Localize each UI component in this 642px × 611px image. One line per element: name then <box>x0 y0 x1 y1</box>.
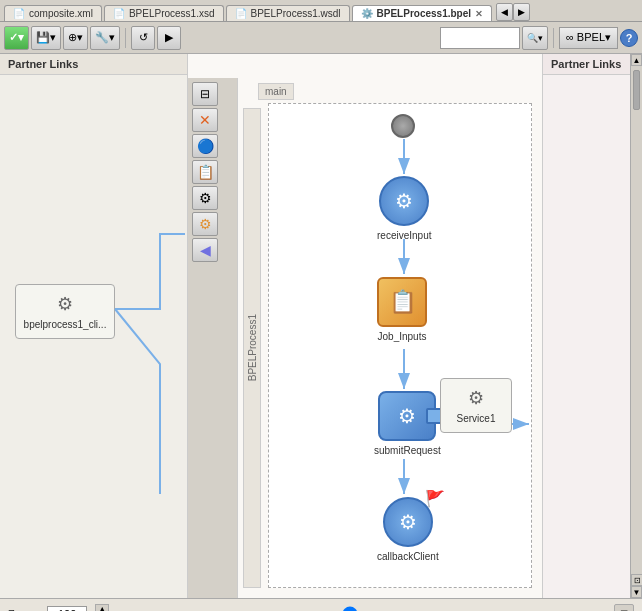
validate-button[interactable]: ✓▾ <box>4 26 29 50</box>
main-toolbar: ✓▾ 💾▾ ⊕▾ 🔧▾ ↺ ▶ 🔍▾ ∞ BPEL▾ ? <box>0 22 642 54</box>
search-icon: 🔍 <box>527 33 538 43</box>
submit-gear-icon: ⚙ <box>398 404 416 428</box>
left-partner-link-node[interactable]: ⚙ bpelprocess1_cli... <box>15 284 115 339</box>
receive-input-label: receiveInput <box>377 230 431 241</box>
tool3-icon: 🔧 <box>95 31 109 44</box>
service1-gear-icon: ⚙ <box>468 387 484 409</box>
zoom-spinners: ▲ ▼ <box>95 604 109 612</box>
tab-bpel-icon: ⚙️ <box>361 8 373 19</box>
process-name-label: BPELProcess1 <box>247 314 258 381</box>
tool-assign[interactable]: 📋 <box>192 160 218 184</box>
tab-bpelprocess1-xsd[interactable]: 📄 BPELProcess1.xsd <box>104 5 224 21</box>
search-button[interactable]: 🔍▾ <box>522 26 548 50</box>
scroll-tabs-right-button[interactable]: ▶ <box>513 3 530 21</box>
tool-5[interactable]: ⚙ <box>192 212 218 236</box>
zoom-up-button[interactable]: ▲ <box>95 604 109 612</box>
submit-request-shape: ⚙ <box>378 391 436 441</box>
scroll-down-button[interactable]: ▼ <box>631 586 642 598</box>
left-panel-title: Partner Links <box>0 54 187 75</box>
corner-btn[interactable]: ⊡ <box>631 574 642 586</box>
scrollbar-track[interactable] <box>631 66 642 574</box>
collapse-tool[interactable]: ⊟ <box>192 82 218 106</box>
help-button[interactable]: ? <box>620 29 638 47</box>
editor-tabs: 📄 composite.xml 📄 BPELProcess1.xsd 📄 BPE… <box>0 0 642 22</box>
save-icon: 💾 <box>36 31 50 44</box>
tool-invoke[interactable]: ⚙ <box>192 186 218 210</box>
scrollbar-thumb[interactable] <box>633 70 640 110</box>
service1-shape: ⚙ Service1 <box>440 378 512 433</box>
receive-gear-icon: ⚙ <box>395 189 413 213</box>
vertical-scrollbar[interactable]: ▲ ⊡ ▼ <box>630 54 642 598</box>
job-inputs-shape: 📋 <box>377 277 427 327</box>
tab-xsd-icon: 📄 <box>113 8 125 19</box>
canvas-border: ⚙ receiveInput 📋 Job_Inputs ⚙ <box>268 103 532 588</box>
bpel-drawing-area[interactable]: main BPELProcess1 <box>238 78 542 598</box>
zoom-input[interactable] <box>47 606 87 612</box>
nav-button[interactable]: ⊕▾ <box>63 26 88 50</box>
deploy-button[interactable]: ▶ <box>157 26 181 50</box>
main-label: main <box>258 83 294 100</box>
close-tab-icon[interactable]: ✕ <box>475 9 483 19</box>
service1-node[interactable]: ⚙ Service1 <box>440 378 512 433</box>
tab-composite[interactable]: 📄 composite.xml <box>4 5 102 21</box>
service1-label: Service1 <box>457 413 496 424</box>
assign-icon: 📋 <box>389 289 416 315</box>
nav-icon: ⊕ <box>68 31 77 44</box>
bpel-canvas-area: ⊟ ✕ 🔵 📋 ⚙ ⚙ ◀ main <box>188 54 542 598</box>
callback-wrapper: ⚙ 🚩 <box>383 497 433 547</box>
right-panel-title: Partner Links <box>543 54 642 75</box>
separator2 <box>553 28 554 48</box>
tool-6[interactable]: ◀ <box>192 238 218 262</box>
tab-bpelprocess1-bpel[interactable]: ⚙️ BPELProcess1.bpel ✕ <box>352 5 492 21</box>
submit-request-node[interactable]: ⚙ submitRequest <box>374 391 441 456</box>
callback-client-label: callbackClient <box>377 551 439 562</box>
start-node <box>391 114 415 138</box>
left-partner-links-panel: Partner Links ⚙ bpelprocess1_cli... <box>0 54 188 598</box>
left-partner-link-label: bpelprocess1_cli... <box>24 319 107 330</box>
tab-composite-icon: 📄 <box>13 8 25 19</box>
job-inputs-node[interactable]: 📋 Job_Inputs <box>377 277 427 342</box>
scroll-up-button[interactable]: ▲ <box>631 54 642 66</box>
right-partner-links-panel: Partner Links <box>542 54 642 598</box>
tab-wsdl-icon: 📄 <box>235 8 247 19</box>
zoom-label: Zoom: <box>8 608 39 612</box>
zoom-in-tool[interactable]: ✕ <box>192 108 218 132</box>
refresh-button[interactable]: ↺ <box>131 26 155 50</box>
partner-link-gear-icon: ⚙ <box>57 293 73 315</box>
validate-icon: ✓ <box>9 31 18 44</box>
callback-client-node[interactable]: ⚙ 🚩 callbackClient <box>377 497 439 562</box>
search-input[interactable] <box>440 27 520 49</box>
main-area: Partner Links ⚙ bpelprocess1_cli... ⊟ ✕ … <box>0 54 642 598</box>
separator1 <box>125 28 126 48</box>
flag-icon: 🚩 <box>425 489 445 508</box>
submit-request-label: submitRequest <box>374 445 441 456</box>
tool3-button[interactable]: 🔧▾ <box>90 26 120 50</box>
start-circle-icon <box>391 114 415 138</box>
tool-receive[interactable]: 🔵 <box>192 134 218 158</box>
callback-gear-icon: ⚙ <box>399 510 417 534</box>
canvas-toolbar: ⊟ ✕ 🔵 📋 ⚙ ⚙ ◀ <box>188 78 238 598</box>
receive-input-node[interactable]: ⚙ receiveInput <box>377 176 431 241</box>
bottom-zoom-bar: Zoom: ▲ ▼ ⊞ <box>0 598 642 611</box>
tab-bpelprocess1-wsdl[interactable]: 📄 BPELProcess1.wsdl <box>226 5 350 21</box>
deploy-icon: ▶ <box>165 31 173 44</box>
zoom-fit-button[interactable]: ⊞ <box>614 604 634 612</box>
scroll-tabs-left-button[interactable]: ◀ <box>496 3 513 21</box>
job-inputs-label: Job_Inputs <box>378 331 427 342</box>
receive-input-shape: ⚙ <box>379 176 429 226</box>
refresh-icon: ↺ <box>139 31 148 44</box>
save-button[interactable]: 💾▾ <box>31 26 61 50</box>
process-label: BPELProcess1 <box>243 108 261 588</box>
bpel-label: ∞ BPEL▾ <box>559 27 618 49</box>
